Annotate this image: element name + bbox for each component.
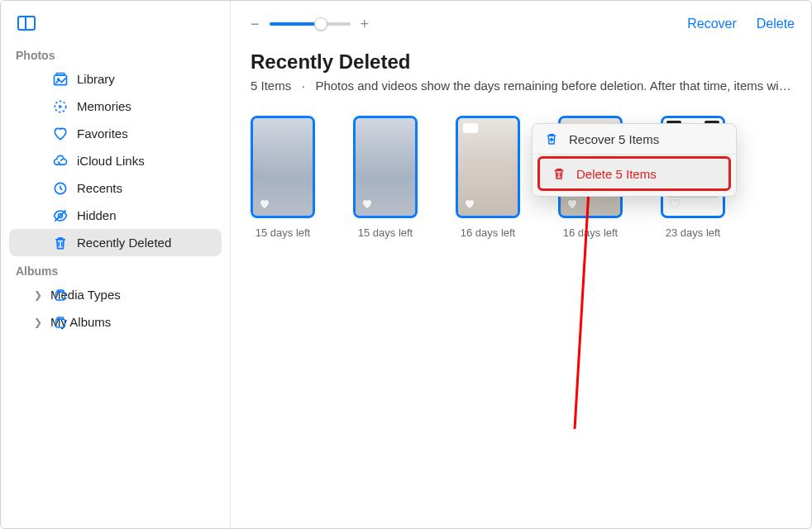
photos-app-window: Photos Library Memories Favorites bbox=[0, 0, 812, 529]
sidebar-list-photos: Library Memories Favorites iCloud Links bbox=[1, 65, 230, 256]
svg-rect-10 bbox=[57, 290, 64, 292]
sidebar-item-my-albums[interactable]: ❯ My Albums bbox=[9, 308, 222, 336]
thumbnail-caption: 16 days left bbox=[461, 226, 516, 239]
thumbnail-caption: 15 days left bbox=[256, 226, 311, 239]
favorite-heart-icon bbox=[361, 198, 374, 211]
video-badge-icon bbox=[463, 123, 478, 133]
clock-icon bbox=[52, 180, 69, 197]
toolbar-actions: Recover Delete bbox=[687, 17, 795, 31]
heart-icon bbox=[52, 126, 69, 142]
context-menu: Recover 5 Items Delete 5 Items bbox=[532, 123, 737, 197]
favorite-heart-icon bbox=[668, 198, 681, 211]
thumbnail-caption: 15 days left bbox=[358, 226, 413, 239]
sidebar-header bbox=[1, 9, 230, 41]
page-subtitle: 5 Items · Photos and videos show the day… bbox=[251, 79, 795, 93]
sidebar-list-albums: ❯ Media Types ❯ My Albums bbox=[1, 281, 230, 336]
sidebar-item-library[interactable]: Library bbox=[9, 65, 222, 93]
sidebar-item-recently-deleted[interactable]: Recently Deleted bbox=[9, 229, 222, 256]
context-menu-recover[interactable]: Recover 5 Items bbox=[533, 124, 736, 155]
sidebar-section-photos: Photos bbox=[1, 41, 230, 65]
thumbnail-frame bbox=[456, 116, 520, 218]
context-menu-label: Delete 5 Items bbox=[576, 167, 657, 181]
thumbnail-item[interactable]: 15 days left bbox=[251, 116, 315, 239]
svg-rect-12 bbox=[57, 317, 64, 319]
page-title: Recently Deleted bbox=[251, 50, 795, 74]
zoom-slider-knob[interactable] bbox=[314, 17, 327, 31]
main-content: − + Recover Delete Recently Deleted 5 It… bbox=[231, 1, 811, 528]
sidebar: Photos Library Memories Favorites bbox=[1, 1, 231, 528]
sidebar-item-label: Recently Deleted bbox=[77, 236, 171, 250]
sidebar-item-recents[interactable]: Recents bbox=[9, 174, 222, 202]
svg-rect-9 bbox=[56, 292, 65, 300]
cloud-link-icon bbox=[52, 153, 69, 169]
context-menu-delete[interactable]: Delete 5 Items bbox=[537, 156, 731, 191]
context-menu-label: Recover 5 Items bbox=[569, 132, 659, 146]
delete-button[interactable]: Delete bbox=[757, 17, 795, 31]
library-icon bbox=[52, 71, 69, 88]
chevron-right-icon: ❯ bbox=[34, 289, 42, 301]
sidebar-item-label: Recents bbox=[77, 181, 122, 195]
svg-rect-1 bbox=[56, 73, 64, 75]
favorite-heart-icon bbox=[463, 198, 476, 211]
favorite-heart-icon bbox=[258, 198, 271, 211]
box-icon bbox=[52, 287, 69, 303]
subtitle-text: Photos and videos show the days remainin… bbox=[315, 79, 791, 93]
thumbnail-caption: 23 days left bbox=[666, 226, 721, 239]
memories-icon bbox=[52, 98, 69, 115]
thumbnail-item[interactable]: 15 days left bbox=[353, 116, 418, 239]
zoom-slider[interactable] bbox=[270, 22, 351, 26]
sidebar-item-label: Hidden bbox=[77, 208, 117, 222]
sidebar-item-hidden[interactable]: Hidden bbox=[9, 202, 222, 229]
thumbnail-caption: 16 days left bbox=[563, 226, 619, 239]
sidebar-item-memories[interactable]: Memories bbox=[9, 93, 222, 120]
thumbnail-frame bbox=[251, 116, 315, 218]
chevron-right-icon: ❯ bbox=[34, 317, 42, 328]
sidebar-section-albums: Albums bbox=[1, 256, 230, 281]
zoom-control: − + bbox=[251, 16, 369, 33]
sidebar-item-media-types[interactable]: ❯ Media Types bbox=[9, 281, 222, 308]
sidebar-item-label: Library bbox=[77, 72, 115, 86]
zoom-in-button[interactable]: + bbox=[361, 16, 370, 33]
sidebar-item-label: iCloud Links bbox=[77, 154, 145, 168]
eye-slash-icon bbox=[52, 207, 69, 224]
zoom-out-button[interactable]: − bbox=[251, 16, 260, 33]
thumbnail-frame bbox=[353, 116, 418, 218]
recover-icon bbox=[544, 131, 559, 146]
trash-icon bbox=[52, 235, 69, 251]
item-count: 5 Items bbox=[251, 79, 291, 93]
sidebar-item-label: Memories bbox=[77, 99, 131, 113]
recover-button[interactable]: Recover bbox=[687, 17, 737, 31]
thumbnail-item[interactable]: 16 days left bbox=[456, 116, 520, 239]
sidebar-item-label: Favorites bbox=[77, 126, 128, 141]
box-icon bbox=[52, 314, 69, 331]
zoom-slider-fill bbox=[270, 22, 322, 26]
sidebar-item-icloud-links[interactable]: iCloud Links bbox=[9, 147, 222, 174]
sidebar-toggle-icon[interactable] bbox=[17, 16, 36, 31]
svg-rect-11 bbox=[56, 319, 65, 327]
trash-delete-icon bbox=[552, 166, 566, 181]
sidebar-item-favorites[interactable]: Favorites bbox=[9, 120, 222, 147]
toolbar: − + Recover Delete bbox=[251, 11, 795, 37]
separator-dot: · bbox=[302, 79, 305, 93]
favorite-heart-icon bbox=[566, 198, 579, 211]
